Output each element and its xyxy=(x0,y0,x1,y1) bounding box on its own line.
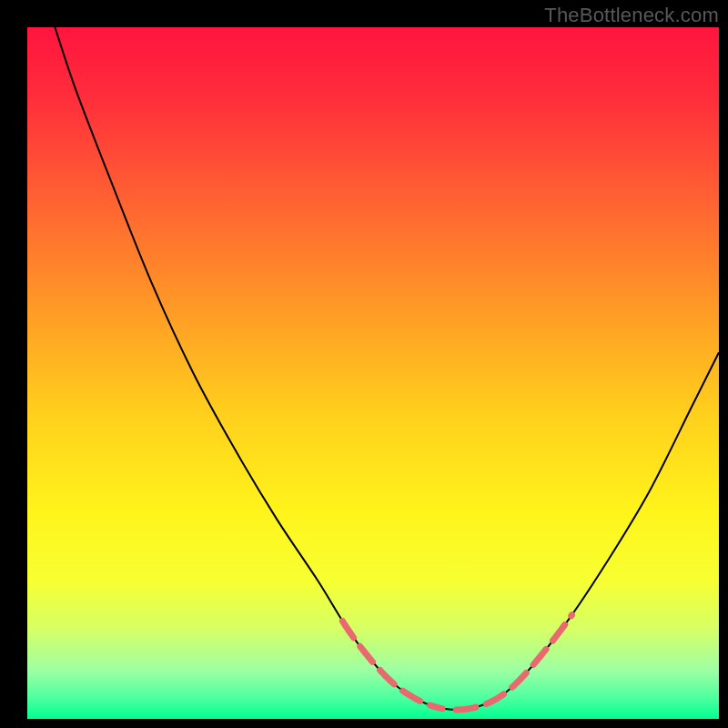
chart-svg xyxy=(27,27,719,719)
watermark: TheBottleneck.com xyxy=(544,4,719,27)
chart-plot-area xyxy=(27,27,719,719)
chart-background xyxy=(27,27,719,719)
